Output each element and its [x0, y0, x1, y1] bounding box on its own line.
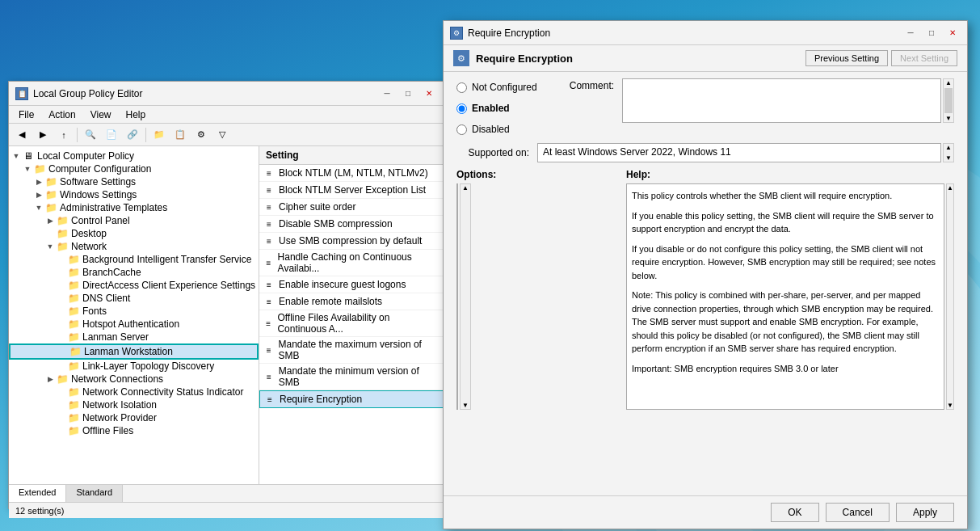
- help-box[interactable]: This policy controls whether the SMB cli…: [626, 183, 944, 410]
- comment-textarea[interactable]: [622, 78, 941, 123]
- tree-item-lanman-server[interactable]: 📁 Lanman Server: [9, 331, 259, 343]
- panel-item-5[interactable]: ≡ Handle Caching on Continuous Availabi.…: [259, 250, 444, 276]
- tree-item-netprov[interactable]: 📁 Network Provider: [9, 411, 259, 424]
- help-text-0: This policy controls whether the SMB cli…: [632, 189, 939, 203]
- menu-file[interactable]: File: [12, 107, 40, 122]
- toolbar-icon2[interactable]: 📄: [102, 126, 121, 144]
- comment-scroll-up[interactable]: ▲: [944, 79, 953, 86]
- toolbar-icon3[interactable]: 🔗: [123, 126, 142, 144]
- tree-item-desktop[interactable]: 📁 Desktop: [9, 227, 259, 240]
- tree-item-network[interactable]: ▼ 📁 Network: [9, 240, 259, 253]
- tree-label-cp: Control Panel: [71, 215, 130, 226]
- radio-not-configured-input[interactable]: [456, 82, 467, 93]
- radio-disabled-input[interactable]: [456, 124, 467, 135]
- forward-button[interactable]: ▶: [33, 126, 53, 144]
- expand-icon-root: ▼: [11, 152, 22, 160]
- help-scroll-down[interactable]: ▼: [947, 402, 953, 409]
- panel-item-4[interactable]: ≡ Use SMB compression by default: [259, 233, 444, 250]
- close-button[interactable]: ✕: [421, 86, 437, 102]
- tree-item-dacs[interactable]: 📁 DirectAccess Client Experience Setting…: [9, 279, 259, 292]
- options-scroll-up[interactable]: ▲: [461, 184, 470, 192]
- ok-button[interactable]: OK: [771, 503, 818, 522]
- maximize-button[interactable]: □: [400, 86, 416, 102]
- tree-item-offline[interactable]: 📁 Offline Files: [9, 424, 259, 437]
- supported-scroll-down[interactable]: ▼: [944, 154, 953, 162]
- dialog-maximize-button[interactable]: □: [923, 25, 940, 41]
- next-setting-button[interactable]: Next Setting: [891, 50, 957, 66]
- menu-view[interactable]: View: [84, 107, 118, 122]
- minimize-button[interactable]: ─: [379, 86, 395, 102]
- panel-item-1[interactable]: ≡ Block NTLM Server Exception List: [259, 182, 444, 199]
- tree-label-ncsi: Network Connectivity Status Indicator: [82, 386, 243, 398]
- comment-scroll-down[interactable]: ▼: [944, 115, 953, 122]
- tab-extended[interactable]: Extended: [9, 485, 66, 502]
- tree-item-computer-config[interactable]: ▼ 📁 Computer Configuration: [9, 162, 259, 175]
- radio-disabled[interactable]: Disabled: [456, 124, 537, 135]
- panel-header: Setting: [259, 146, 444, 165]
- filter-button[interactable]: ▽: [212, 126, 232, 144]
- gpe-tree[interactable]: ▼ 🖥 Local Computer Policy ▼ 📁 Computer C…: [9, 146, 259, 484]
- panel-item-11[interactable]: ≡ Require Encryption: [259, 390, 444, 408]
- folder-icon-cp: 📁: [56, 215, 69, 226]
- panel-item-8[interactable]: ≡ Offline Files Availability on Continuo…: [259, 310, 444, 337]
- tree-item-root[interactable]: ▼ 🖥 Local Computer Policy: [9, 150, 259, 162]
- tab-standard[interactable]: Standard: [66, 485, 123, 502]
- tree-label-lw: Lanman Workstation: [84, 346, 173, 357]
- tree-item-netiso[interactable]: 📁 Network Isolation: [9, 398, 259, 411]
- panel-item-2[interactable]: ≡ Cipher suite order: [259, 199, 444, 216]
- supported-scroll-up[interactable]: ▲: [944, 144, 953, 151]
- panel-item-0[interactable]: ≡ Block NTLM (LM, NTLM, NTLMv2): [259, 165, 444, 182]
- help-scroll-up[interactable]: ▲: [947, 184, 953, 192]
- tree-item-netconn[interactable]: ▶ 📁 Network Connections: [9, 373, 259, 386]
- panel-item-10[interactable]: ≡ Mandate the minimum version of SMB: [259, 364, 444, 390]
- folder-icon-fonts: 📁: [67, 306, 80, 317]
- menu-action[interactable]: Action: [42, 107, 82, 122]
- tree-item-cp[interactable]: ▶ 📁 Control Panel: [9, 214, 259, 227]
- tree-label-np: Network Provider: [82, 412, 157, 424]
- tree-item-dns[interactable]: 📁 DNS Client: [9, 292, 259, 305]
- menu-help[interactable]: Help: [120, 107, 153, 122]
- tree-item-software[interactable]: ▶ 📁 Software Settings: [9, 175, 259, 188]
- panel-item-9[interactable]: ≡ Mandate the maximum version of SMB: [259, 337, 444, 364]
- up-button[interactable]: ↑: [54, 126, 74, 144]
- tree-item-ncsi[interactable]: 📁 Network Connectivity Status Indicator: [9, 386, 259, 398]
- radio-disabled-label: Disabled: [472, 124, 510, 135]
- panel-label-0: Block NTLM (LM, NTLM, NTLMv2): [279, 167, 428, 179]
- tree-item-fonts[interactable]: 📁 Fonts: [9, 305, 259, 318]
- help-text-4: Important: SMB encryption requires SMB 3…: [632, 362, 939, 376]
- options-scroll-down[interactable]: ▼: [461, 402, 470, 409]
- panel-item-3[interactable]: ≡ Disable SMB compression: [259, 216, 444, 233]
- dialog-close-button[interactable]: ✕: [944, 25, 961, 41]
- toolbar-icon4[interactable]: 📁: [149, 126, 169, 144]
- panel-item-7[interactable]: ≡ Enable remote mailslots: [259, 293, 444, 310]
- browse-button[interactable]: 🔍: [81, 126, 100, 144]
- tree-item-admin[interactable]: ▼ 📁 Administrative Templates: [9, 201, 259, 214]
- tree-item-branch[interactable]: 📁 BranchCache: [9, 266, 259, 279]
- tree-item-hotspot[interactable]: 📁 Hotspot Authentication: [9, 318, 259, 331]
- gpe-title-icon: 📋: [15, 87, 28, 100]
- cancel-button[interactable]: Cancel: [826, 503, 890, 522]
- gpe-statusbar: 12 setting(s): [9, 502, 444, 518]
- apply-button[interactable]: Apply: [896, 503, 954, 522]
- panel-label-9: Mandate the maximum version of SMB: [279, 339, 440, 361]
- panel-item-6[interactable]: ≡ Enable insecure guest logons: [259, 276, 444, 293]
- tree-item-bits[interactable]: 📁 Background Intelligent Transfer Servic…: [9, 253, 259, 266]
- tree-item-windows[interactable]: ▶ 📁 Windows Settings: [9, 188, 259, 201]
- tree-item-lanman-workstation[interactable]: 📁 Lanman Workstation: [9, 343, 259, 360]
- toolbar-icon6[interactable]: ⚙: [191, 126, 211, 144]
- prev-setting-button[interactable]: Previous Setting: [805, 50, 888, 66]
- radio-enabled[interactable]: Enabled: [456, 103, 537, 114]
- gpe-window: 📋 Local Group Policy Editor ─ □ ✕ File A…: [8, 81, 444, 509]
- help-text-3: Note: This policy is combined with per-s…: [632, 289, 939, 356]
- dialog-minimize-button[interactable]: ─: [902, 25, 919, 41]
- gpe-panel: Setting ≡ Block NTLM (LM, NTLM, NTLMv2) …: [259, 146, 444, 484]
- panel-label-2: Cipher suite order: [279, 201, 355, 213]
- radio-enabled-input[interactable]: [456, 103, 467, 114]
- dialog-window: ⚙ Require Encryption ─ □ ✕ ⚙ Require Enc…: [443, 20, 968, 529]
- radio-not-configured[interactable]: Not Configured: [456, 82, 537, 93]
- tree-item-lltd[interactable]: 📁 Link-Layer Topology Discovery: [9, 360, 259, 373]
- toolbar-separator2: [145, 128, 146, 142]
- toolbar-icon5[interactable]: 📋: [170, 126, 190, 144]
- folder-icon-ncsi: 📁: [67, 386, 80, 398]
- back-button[interactable]: ◀: [12, 126, 32, 144]
